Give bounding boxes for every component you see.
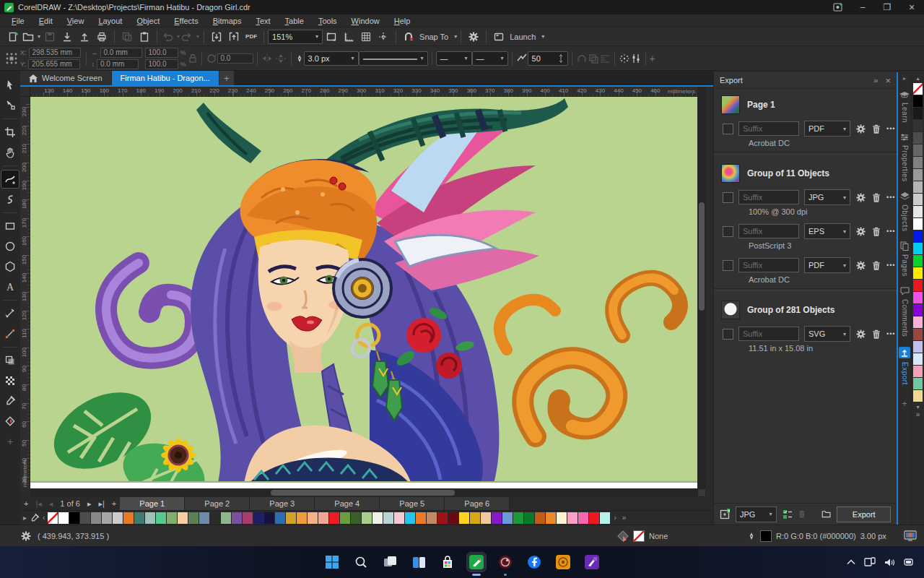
color-swatch[interactable] [913, 169, 923, 181]
file-explorer-button[interactable] [409, 553, 428, 571]
object-height-field[interactable]: 0.0 mm [97, 59, 139, 69]
text-tool[interactable]: A [1, 278, 19, 296]
color-swatch[interactable] [253, 512, 263, 524]
color-swatch[interactable] [351, 512, 361, 524]
next-page-button[interactable]: ▸ [84, 499, 95, 509]
lock-ratio-icon[interactable] [188, 53, 198, 64]
mirror-horizontal-icon[interactable] [261, 53, 274, 64]
suffix-input[interactable] [738, 224, 799, 238]
delete-all-exports-icon[interactable] [798, 509, 806, 519]
ellipse-tool[interactable] [1, 238, 19, 255]
menu-help[interactable]: Help [387, 17, 418, 25]
color-swatch[interactable] [58, 512, 69, 524]
color-swatch[interactable] [481, 512, 491, 524]
interactive-fill-tool[interactable] [1, 413, 19, 430]
color-swatch[interactable] [913, 329, 923, 340]
pick-tool[interactable] [1, 77, 19, 94]
transparency-tool[interactable] [1, 372, 19, 389]
color-swatch[interactable] [913, 292, 923, 303]
color-swatch[interactable] [913, 108, 923, 119]
menu-object[interactable]: Object [129, 17, 167, 25]
vertical-ruler[interactable]: millimeters 2302202102001901801701601501… [20, 97, 30, 488]
corel-capture-taskbar-icon[interactable] [583, 553, 601, 571]
first-page-button[interactable]: |◂ [32, 499, 45, 509]
text-wrap-icon[interactable] [599, 53, 611, 64]
restore-button[interactable]: ❐ [875, 0, 899, 14]
show-rulers-button[interactable] [341, 29, 357, 45]
scale-x-field[interactable]: 100.0 [145, 48, 178, 58]
paste-button[interactable] [136, 29, 152, 45]
docker-tab-properties[interactable]: Properties [900, 133, 909, 182]
color-swatch[interactable] [80, 512, 90, 524]
snap-off-icon[interactable] [401, 29, 417, 45]
fill-swatch-none[interactable] [633, 530, 645, 542]
suffix-input[interactable] [738, 327, 799, 341]
export-button[interactable] [77, 29, 92, 45]
color-swatch[interactable] [318, 512, 328, 524]
format-select[interactable]: PDF▾ [804, 257, 850, 273]
artistic-media-tool[interactable] [1, 191, 19, 208]
freehand-tool[interactable] [1, 171, 19, 188]
color-swatch[interactable] [297, 512, 307, 524]
color-swatch[interactable] [362, 512, 372, 524]
color-swatch[interactable] [167, 512, 177, 524]
arrow-start-combo[interactable]: —▾ [436, 51, 472, 66]
delete-export-icon[interactable] [871, 192, 881, 203]
delete-export-icon[interactable] [871, 260, 881, 271]
color-swatch[interactable] [557, 512, 567, 524]
palette-scroll-up[interactable]: ▴ [913, 75, 922, 82]
color-swatch[interactable] [221, 512, 231, 524]
color-swatch[interactable] [427, 512, 437, 524]
tray-volume-icon[interactable] [884, 558, 895, 567]
color-swatch[interactable] [567, 512, 578, 524]
horizontal-ruler[interactable]: millimeters 1301401501601701801902002102… [30, 87, 697, 97]
brush-spatter-icon[interactable] [619, 53, 630, 64]
color-swatch[interactable] [913, 132, 923, 144]
crop-tool[interactable] [1, 124, 19, 141]
format-select[interactable]: JPG▾ [804, 189, 850, 205]
facebook-taskbar-icon[interactable] [525, 553, 544, 571]
color-swatch[interactable] [535, 512, 545, 524]
color-swatch[interactable] [243, 512, 253, 524]
delete-export-icon[interactable] [871, 226, 881, 237]
add-page-button-left[interactable]: + [20, 499, 32, 508]
open-document-button[interactable]: ▾ [22, 29, 40, 45]
output-folder-icon[interactable] [821, 509, 831, 519]
redo-button[interactable]: ▾ [181, 29, 199, 45]
export-row-checkbox[interactable] [723, 192, 733, 203]
default-format-select[interactable]: JPG▾ [736, 506, 777, 522]
color-swatch[interactable] [437, 512, 448, 524]
color-swatch[interactable] [232, 512, 242, 524]
color-swatch[interactable] [102, 512, 112, 524]
menu-table[interactable]: Table [278, 17, 311, 25]
color-swatch[interactable] [913, 378, 923, 389]
y-position-field[interactable]: 205.655 mm [28, 59, 80, 69]
color-swatch[interactable] [913, 280, 923, 291]
color-swatch[interactable] [913, 83, 923, 95]
palette-scroll-left[interactable]: ‹ [40, 514, 48, 522]
color-swatch[interactable] [913, 366, 923, 377]
dimension-tool[interactable] [1, 305, 19, 322]
tray-battery-icon[interactable] [904, 558, 914, 566]
object-width-field[interactable]: 0.0 mm [100, 48, 142, 58]
color-swatch[interactable] [524, 512, 534, 524]
export-row-checkbox[interactable] [723, 124, 733, 134]
minimize-button[interactable]: – [850, 0, 875, 14]
page-tab-4[interactable]: Page 4 [315, 497, 380, 510]
color-swatch[interactable] [199, 512, 209, 524]
color-swatch[interactable] [69, 512, 79, 524]
snap-to-dropdown[interactable]: Snap To [419, 33, 448, 41]
more-options-button[interactable]: ••• [886, 228, 895, 235]
color-swatch[interactable] [913, 181, 923, 193]
close-button[interactable]: × [899, 0, 924, 14]
docker-tab-learn[interactable]: Learn [899, 92, 910, 123]
add-docker-button[interactable]: + [902, 398, 907, 409]
rectangle-tool[interactable] [1, 217, 19, 235]
drawing-canvas[interactable] [30, 97, 697, 488]
zoom-level-combo[interactable]: 151% ▾ [268, 30, 323, 44]
panel-close-button[interactable]: × [885, 75, 891, 86]
color-swatch[interactable] [405, 512, 415, 524]
panel-collapse-button[interactable]: » [873, 76, 878, 85]
outline-width-combo[interactable]: 3.0 px▾ [304, 51, 359, 66]
menu-window[interactable]: Window [344, 17, 387, 25]
